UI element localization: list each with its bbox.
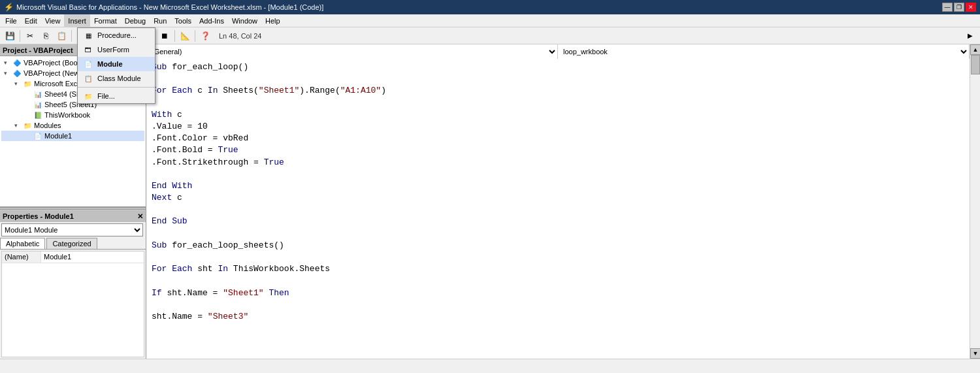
menu-tools[interactable]: Tools xyxy=(171,14,195,27)
tab-categorized[interactable]: Categorized xyxy=(46,238,97,249)
code-procedure-dropdown[interactable]: loop_wrkbook xyxy=(558,44,970,59)
menu-run[interactable]: Run xyxy=(150,14,171,27)
properties-tabs: Alphabetic Categorized xyxy=(0,238,146,250)
tree-label: VBAProject (New) xyxy=(24,69,82,77)
sep5 xyxy=(195,30,195,42)
title-bar: ⚡ Microsoft Visual Basic for Application… xyxy=(0,0,980,14)
module-icon: 📄 xyxy=(33,131,43,140)
tree-label: Modules xyxy=(34,122,61,129)
expander: ▾ xyxy=(4,59,12,66)
toolbar-copy[interactable]: ⎘ xyxy=(39,29,53,43)
scroll-down-button[interactable]: ▼ xyxy=(970,348,980,359)
project-title: Project - VBAProject xyxy=(3,46,73,54)
file-label: File... xyxy=(97,92,115,100)
sep1 xyxy=(20,30,20,42)
userform-label: UserForm xyxy=(97,46,129,54)
file-icon: 📁 xyxy=(83,91,93,101)
toolbar-save[interactable]: 💾 xyxy=(3,29,17,43)
sep4 xyxy=(174,30,175,42)
folder-icon: 📁 xyxy=(22,79,33,88)
vertical-scrollbar[interactable]: ▲ ▼ xyxy=(970,44,980,359)
menu-window[interactable]: Window xyxy=(228,14,261,27)
toolbar-paste[interactable]: 📋 xyxy=(54,29,69,43)
menu-edit[interactable]: Edit xyxy=(21,14,41,27)
menu-bar: File Edit View Insert Format Debug Run T… xyxy=(0,14,980,27)
project-icon: 🔷 xyxy=(12,69,22,78)
workbook-icon: 📗 xyxy=(33,110,43,120)
properties-panel: Properties - Module1 ✕ Module1 Module Al… xyxy=(0,210,146,359)
properties-grid: (Name) Module1 xyxy=(1,251,144,357)
title-bar-controls: — ❐ ✕ xyxy=(942,3,976,12)
expander: ▾ xyxy=(14,122,22,129)
menu-userform[interactable]: 🗔 UserForm xyxy=(78,42,155,57)
menu-file[interactable]: File xyxy=(1,14,21,27)
tree-label: ThisWorkbook xyxy=(44,111,90,119)
close-button[interactable]: ✕ xyxy=(966,3,976,12)
menu-class-module[interactable]: 📋 Class Module xyxy=(78,71,155,86)
properties-title: Properties - Module1 xyxy=(3,212,74,220)
toolbar-arrow[interactable]: ▶ xyxy=(963,29,977,43)
toolbar-help[interactable]: ❓ xyxy=(198,29,212,43)
class-module-label: Class Module xyxy=(97,74,141,82)
menu-file[interactable]: 📁 File... xyxy=(78,89,155,103)
title-bar-title: Microsoft Visual Basic for Applications … xyxy=(16,3,323,11)
sheet-icon: 📊 xyxy=(33,100,43,109)
sheet-icon: 📊 xyxy=(33,89,43,99)
menu-debug[interactable]: Debug xyxy=(121,14,150,27)
menu-addins[interactable]: Add-Ins xyxy=(195,14,228,27)
expander: ▾ xyxy=(14,80,22,87)
expander: ▾ xyxy=(4,70,12,76)
prop-name-label: (Name) xyxy=(2,251,41,263)
tree-modules[interactable]: ▾ 📁 Modules xyxy=(1,120,144,131)
menu-separator xyxy=(78,87,155,88)
tree-label: Module1 xyxy=(44,132,72,140)
code-editor[interactable]: Sub for_each_loop() For Each c In Sheets… xyxy=(146,59,970,359)
procedure-icon: ▦ xyxy=(83,30,93,41)
class-module-icon: 📋 xyxy=(83,73,93,84)
folder-icon: 📁 xyxy=(22,121,33,130)
toolbar-position: Ln 48, Col 24 xyxy=(219,32,261,40)
status-bar xyxy=(0,359,980,373)
insert-dropdown: ▦ Procedure... 🗔 UserForm 📄 Module 📋 Cla… xyxy=(77,27,155,104)
minimize-button[interactable]: — xyxy=(942,3,953,12)
menu-module[interactable]: 📄 Module xyxy=(78,57,155,71)
toolbar-cut[interactable]: ✂ xyxy=(23,29,37,43)
prop-name-value: Module1 xyxy=(41,251,144,263)
menu-help[interactable]: Help xyxy=(261,14,284,27)
menu-insert[interactable]: Insert xyxy=(64,14,90,27)
properties-header: Properties - Module1 ✕ xyxy=(0,210,146,222)
menu-procedure[interactable]: ▦ Procedure... xyxy=(78,28,155,42)
app-icon: ⚡ xyxy=(4,3,14,12)
scroll-thumb[interactable] xyxy=(971,55,980,74)
properties-close-button[interactable]: ✕ xyxy=(137,212,143,221)
title-bar-left: ⚡ Microsoft Visual Basic for Application… xyxy=(4,3,323,12)
userform-icon: 🗔 xyxy=(83,44,93,55)
scroll-up-button[interactable]: ▲ xyxy=(970,44,980,55)
menu-view[interactable]: View xyxy=(41,14,65,27)
toolbar-reset[interactable]: ⏹ xyxy=(157,29,172,43)
module-icon: 📄 xyxy=(83,59,93,69)
code-header: (General) loop_wrkbook xyxy=(146,44,970,59)
tree-thisworkbook[interactable]: 📗 ThisWorkbook xyxy=(1,110,144,120)
procedure-label: Procedure... xyxy=(97,31,137,39)
code-area: (General) loop_wrkbook Sub for_each_loop… xyxy=(146,44,970,359)
prop-row-name: (Name) Module1 xyxy=(2,251,144,263)
code-scope-dropdown[interactable]: (General) xyxy=(146,44,558,59)
scroll-track[interactable] xyxy=(970,55,980,348)
sep2 xyxy=(71,30,72,42)
restore-button[interactable]: ❐ xyxy=(954,3,964,12)
properties-object-select[interactable]: Module1 Module xyxy=(1,223,143,236)
tab-alphabetic[interactable]: Alphabetic xyxy=(0,238,45,249)
project-icon: 🔷 xyxy=(12,58,22,67)
module-label: Module xyxy=(97,60,123,68)
tree-module1[interactable]: 📄 Module1 xyxy=(1,131,144,141)
toolbar-design[interactable]: 📐 xyxy=(178,29,192,43)
menu-format[interactable]: Format xyxy=(90,14,121,27)
